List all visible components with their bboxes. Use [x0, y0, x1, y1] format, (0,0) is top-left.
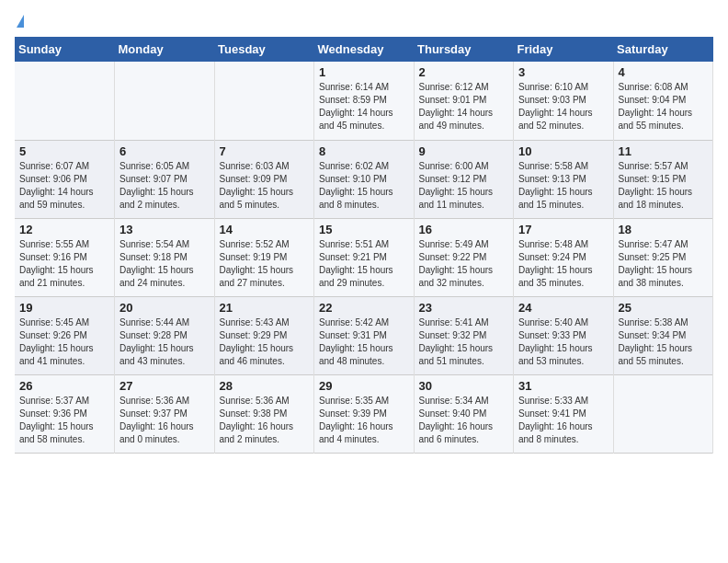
calendar-cell: 24Sunrise: 5:40 AM Sunset: 9:33 PM Dayli… — [514, 296, 614, 374]
calendar-cell: 12Sunrise: 5:55 AM Sunset: 9:16 PM Dayli… — [15, 218, 115, 296]
day-info: Sunrise: 5:38 AM Sunset: 9:34 PM Dayligh… — [619, 316, 709, 368]
day-info: Sunrise: 5:51 AM Sunset: 9:21 PM Dayligh… — [319, 238, 409, 290]
calendar-cell: 17Sunrise: 5:48 AM Sunset: 9:24 PM Dayli… — [514, 218, 614, 296]
logo — [15, 15, 24, 28]
calendar-cell: 20Sunrise: 5:44 AM Sunset: 9:28 PM Dayli… — [115, 296, 215, 374]
day-info: Sunrise: 5:40 AM Sunset: 9:33 PM Dayligh… — [518, 316, 609, 368]
calendar-cell: 16Sunrise: 5:49 AM Sunset: 9:22 PM Dayli… — [414, 218, 514, 296]
day-info: Sunrise: 5:42 AM Sunset: 9:31 PM Dayligh… — [319, 316, 409, 368]
calendar-table: SundayMondayTuesdayWednesdayThursdayFrid… — [15, 37, 713, 454]
day-header-monday: Monday — [115, 37, 215, 62]
day-number: 31 — [518, 379, 609, 393]
day-number: 18 — [619, 223, 709, 236]
day-number: 19 — [19, 301, 109, 315]
day-number: 28 — [220, 379, 310, 393]
day-info: Sunrise: 6:02 AM Sunset: 9:10 PM Dayligh… — [319, 160, 409, 212]
day-header-saturday: Saturday — [613, 37, 713, 62]
week-row-1: 1Sunrise: 6:14 AM Sunset: 8:59 PM Daylig… — [15, 62, 713, 140]
day-number: 12 — [19, 223, 109, 236]
day-header-tuesday: Tuesday — [214, 37, 314, 62]
calendar-cell: 3Sunrise: 6:10 AM Sunset: 9:03 PM Daylig… — [514, 62, 614, 140]
day-number: 20 — [119, 301, 210, 315]
day-info: Sunrise: 5:34 AM Sunset: 9:40 PM Dayligh… — [419, 395, 509, 446]
day-number: 29 — [319, 379, 409, 393]
day-number: 9 — [419, 144, 509, 158]
calendar-cell: 18Sunrise: 5:47 AM Sunset: 9:25 PM Dayli… — [613, 218, 713, 296]
calendar-cell: 8Sunrise: 6:02 AM Sunset: 9:10 PM Daylig… — [314, 140, 415, 218]
calendar-cell: 7Sunrise: 6:03 AM Sunset: 9:09 PM Daylig… — [214, 140, 314, 218]
day-header-sunday: Sunday — [15, 37, 115, 62]
week-row-2: 5Sunrise: 6:07 AM Sunset: 9:06 PM Daylig… — [15, 140, 713, 218]
day-number: 17 — [518, 223, 609, 236]
day-info: Sunrise: 5:52 AM Sunset: 9:19 PM Dayligh… — [220, 238, 310, 290]
day-info: Sunrise: 5:48 AM Sunset: 9:24 PM Dayligh… — [518, 238, 609, 290]
day-number: 1 — [319, 65, 409, 79]
day-number: 7 — [220, 144, 310, 158]
day-info: Sunrise: 5:55 AM Sunset: 9:16 PM Dayligh… — [19, 238, 109, 290]
day-number: 4 — [619, 65, 709, 79]
calendar-cell — [214, 62, 314, 140]
logo-triangle-icon — [17, 15, 24, 28]
day-info: Sunrise: 6:05 AM Sunset: 9:07 PM Dayligh… — [119, 160, 210, 212]
day-number: 8 — [319, 144, 409, 158]
calendar-cell: 27Sunrise: 5:36 AM Sunset: 9:37 PM Dayli… — [115, 374, 215, 453]
calendar-cell: 2Sunrise: 6:12 AM Sunset: 9:01 PM Daylig… — [414, 62, 514, 140]
day-info: Sunrise: 5:36 AM Sunset: 9:37 PM Dayligh… — [119, 395, 210, 446]
day-number: 5 — [19, 144, 109, 158]
day-info: Sunrise: 5:33 AM Sunset: 9:41 PM Dayligh… — [518, 395, 609, 446]
day-number: 22 — [319, 301, 409, 315]
day-info: Sunrise: 5:49 AM Sunset: 9:22 PM Dayligh… — [419, 238, 509, 290]
day-header-wednesday: Wednesday — [314, 37, 415, 62]
calendar-cell: 21Sunrise: 5:43 AM Sunset: 9:29 PM Dayli… — [214, 296, 314, 374]
day-number: 2 — [419, 65, 509, 79]
header-row: SundayMondayTuesdayWednesdayThursdayFrid… — [15, 37, 713, 62]
calendar-cell — [15, 62, 115, 140]
calendar-cell: 28Sunrise: 5:36 AM Sunset: 9:38 PM Dayli… — [214, 374, 314, 453]
calendar-cell: 1Sunrise: 6:14 AM Sunset: 8:59 PM Daylig… — [314, 62, 415, 140]
week-row-5: 26Sunrise: 5:37 AM Sunset: 9:36 PM Dayli… — [15, 374, 713, 453]
page-header — [15, 15, 713, 28]
day-info: Sunrise: 5:41 AM Sunset: 9:32 PM Dayligh… — [419, 316, 509, 368]
calendar-cell: 19Sunrise: 5:45 AM Sunset: 9:26 PM Dayli… — [15, 296, 115, 374]
calendar-cell: 22Sunrise: 5:42 AM Sunset: 9:31 PM Dayli… — [314, 296, 415, 374]
day-number: 16 — [419, 223, 509, 236]
day-number: 26 — [19, 379, 109, 393]
day-header-friday: Friday — [514, 37, 614, 62]
day-info: Sunrise: 6:12 AM Sunset: 9:01 PM Dayligh… — [419, 81, 509, 132]
day-info: Sunrise: 5:45 AM Sunset: 9:26 PM Dayligh… — [19, 316, 109, 368]
day-number: 25 — [619, 301, 709, 315]
day-info: Sunrise: 6:14 AM Sunset: 8:59 PM Dayligh… — [319, 81, 409, 132]
day-info: Sunrise: 5:57 AM Sunset: 9:15 PM Dayligh… — [619, 160, 709, 212]
calendar-cell: 14Sunrise: 5:52 AM Sunset: 9:19 PM Dayli… — [214, 218, 314, 296]
day-number: 13 — [119, 223, 210, 236]
day-number: 11 — [619, 144, 709, 158]
calendar-cell: 29Sunrise: 5:35 AM Sunset: 9:39 PM Dayli… — [314, 374, 415, 453]
day-number: 27 — [119, 379, 210, 393]
day-info: Sunrise: 5:54 AM Sunset: 9:18 PM Dayligh… — [119, 238, 210, 290]
calendar-cell — [115, 62, 215, 140]
day-info: Sunrise: 6:08 AM Sunset: 9:04 PM Dayligh… — [619, 81, 709, 132]
calendar-cell: 10Sunrise: 5:58 AM Sunset: 9:13 PM Dayli… — [514, 140, 614, 218]
day-number: 6 — [119, 144, 210, 158]
day-number: 10 — [518, 144, 609, 158]
calendar-cell: 13Sunrise: 5:54 AM Sunset: 9:18 PM Dayli… — [115, 218, 215, 296]
day-info: Sunrise: 5:58 AM Sunset: 9:13 PM Dayligh… — [518, 160, 609, 212]
calendar-cell: 9Sunrise: 6:00 AM Sunset: 9:12 PM Daylig… — [414, 140, 514, 218]
day-number: 3 — [518, 65, 609, 79]
day-number: 30 — [419, 379, 509, 393]
day-info: Sunrise: 6:10 AM Sunset: 9:03 PM Dayligh… — [518, 81, 609, 132]
day-number: 15 — [319, 223, 409, 236]
day-info: Sunrise: 5:35 AM Sunset: 9:39 PM Dayligh… — [319, 395, 409, 446]
day-info: Sunrise: 5:44 AM Sunset: 9:28 PM Dayligh… — [119, 316, 210, 368]
calendar-cell: 25Sunrise: 5:38 AM Sunset: 9:34 PM Dayli… — [613, 296, 713, 374]
calendar-cell: 31Sunrise: 5:33 AM Sunset: 9:41 PM Dayli… — [514, 374, 614, 453]
day-number: 14 — [220, 223, 310, 236]
calendar-cell: 4Sunrise: 6:08 AM Sunset: 9:04 PM Daylig… — [613, 62, 713, 140]
day-info: Sunrise: 6:07 AM Sunset: 9:06 PM Dayligh… — [19, 160, 109, 212]
day-info: Sunrise: 6:00 AM Sunset: 9:12 PM Dayligh… — [419, 160, 509, 212]
calendar-cell: 30Sunrise: 5:34 AM Sunset: 9:40 PM Dayli… — [414, 374, 514, 453]
calendar-cell: 23Sunrise: 5:41 AM Sunset: 9:32 PM Dayli… — [414, 296, 514, 374]
day-number: 23 — [419, 301, 509, 315]
day-info: Sunrise: 5:36 AM Sunset: 9:38 PM Dayligh… — [220, 395, 310, 446]
day-header-thursday: Thursday — [414, 37, 514, 62]
